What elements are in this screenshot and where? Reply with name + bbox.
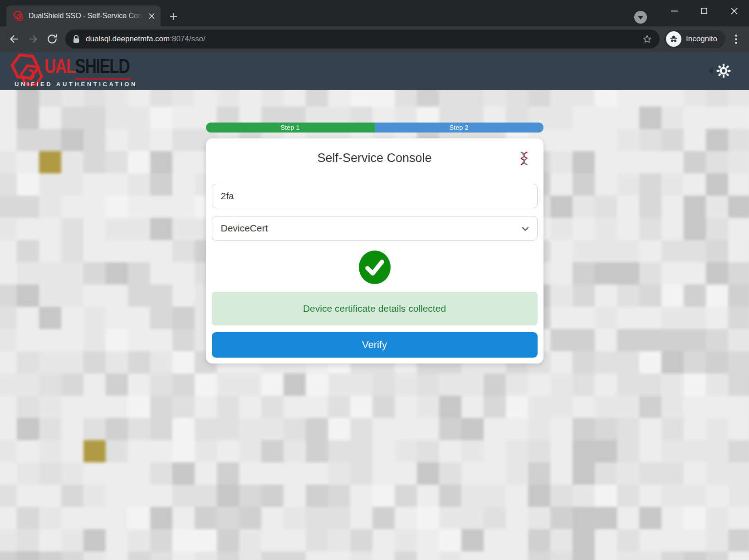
chevron-down-icon xyxy=(520,223,531,234)
address-bar[interactable]: dualsql.deepnetmfa.com:8074/sso/ xyxy=(65,29,660,49)
incognito-label: Incognito xyxy=(686,34,717,44)
url-host: dualsql.deepnetmfa.com xyxy=(86,34,170,43)
new-tab-button[interactable] xyxy=(167,10,180,23)
success-check-icon xyxy=(358,250,392,285)
dna-helix-icon xyxy=(518,151,530,166)
browser-menu-icon[interactable] xyxy=(727,29,744,49)
authenticator-select[interactable]: DeviceCert xyxy=(212,216,538,241)
incognito-badge: Incognito xyxy=(664,30,725,48)
brand-prefix: UAL xyxy=(44,55,75,77)
header-actions xyxy=(709,52,731,90)
authenticator-selected-value: DeviceCert xyxy=(221,223,268,233)
forward-button[interactable] xyxy=(24,29,43,49)
tab-title: DualShield SSO - Self-Service Con xyxy=(29,12,146,20)
window-controls xyxy=(659,0,749,22)
site-header: UALSHIELD UNIFIED AUTHENTICATION xyxy=(0,52,749,90)
url-path: :8074/sso/ xyxy=(170,34,205,43)
caret-down-icon xyxy=(638,16,643,20)
brand-name: UALSHIELD xyxy=(44,56,129,76)
browser-tab[interactable]: DualShield SSO - Self-Service Con xyxy=(6,5,161,26)
tab-search-icon[interactable] xyxy=(634,11,647,24)
success-check-wrap xyxy=(212,250,538,285)
step-progress-bar: Step 1 Step 2 xyxy=(206,123,543,133)
back-button[interactable] xyxy=(5,29,24,49)
incognito-icon xyxy=(666,31,681,47)
minimize-button[interactable] xyxy=(659,0,689,22)
tab-strip: DualShield SSO - Self-Service Con xyxy=(0,0,749,26)
identity-input[interactable] xyxy=(212,184,538,208)
step-2-segment: Step 2 xyxy=(375,123,543,133)
browser-toolbar: dualsql.deepnetmfa.com:8074/sso/ Incogni… xyxy=(0,26,749,52)
url-text: dualsql.deepnetmfa.com:8074/sso/ xyxy=(86,34,206,44)
card-title: Self-Service Console xyxy=(212,150,538,166)
step-1-segment: Step 1 xyxy=(206,123,375,133)
dualshield-logo: UALSHIELD UNIFIED AUTHENTICATION xyxy=(0,52,191,90)
lock-icon[interactable] xyxy=(73,34,80,44)
brand-tagline: UNIFIED AUTHENTICATION xyxy=(15,81,137,88)
maximize-button[interactable] xyxy=(689,0,719,22)
dualshield-favicon-icon xyxy=(13,11,24,21)
bookmark-star-icon[interactable] xyxy=(642,34,652,44)
page-content: Step 1 Step 2 Self-Service Console xyxy=(0,90,749,560)
collapse-left-triangle-icon[interactable] xyxy=(709,68,713,74)
brand-suffix: SHIELD xyxy=(75,55,129,77)
browser-window: DualShield SSO - Self-Service Con xyxy=(0,0,749,560)
tab-close-icon[interactable] xyxy=(146,10,157,21)
self-service-wizard: Step 1 Step 2 Self-Service Console xyxy=(206,123,543,364)
reload-button[interactable] xyxy=(43,29,62,49)
self-service-card: Self-Service Console xyxy=(206,138,543,364)
status-message: Device certificate details collected xyxy=(212,292,538,325)
verify-button[interactable]: Verify xyxy=(212,332,538,358)
close-window-button[interactable] xyxy=(719,0,749,22)
settings-gear-icon[interactable] xyxy=(716,64,731,78)
